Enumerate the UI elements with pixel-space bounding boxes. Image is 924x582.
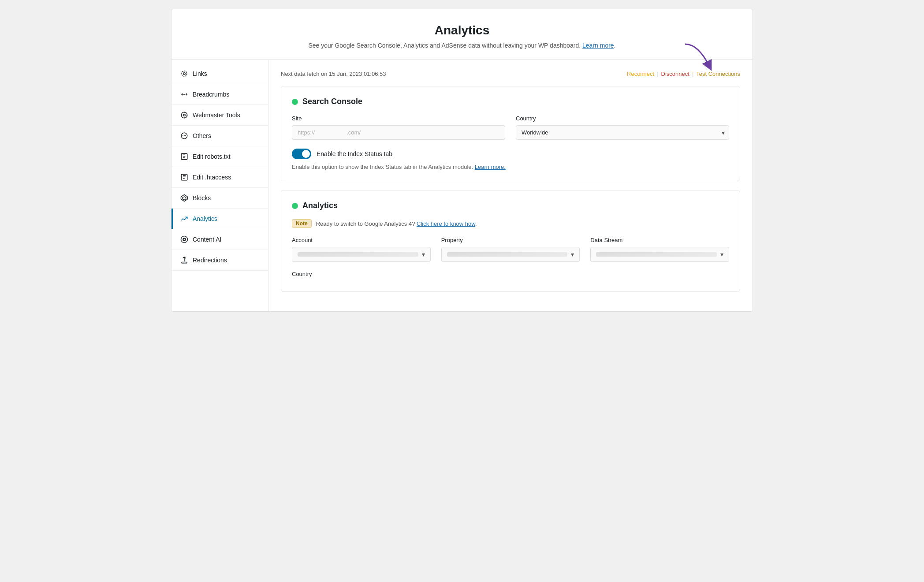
site-label: Site bbox=[292, 115, 505, 122]
test-connections-link[interactable]: Test Connections bbox=[696, 71, 740, 77]
toggle-label: Enable the Index Status tab bbox=[317, 150, 392, 157]
search-console-form-row: Site Country Worldwide bbox=[292, 115, 729, 140]
analytics-card: Analytics Note Ready to switch to Google… bbox=[281, 190, 740, 292]
page-header: Analytics See your Google Search Console… bbox=[171, 9, 753, 60]
top-bar: Next data fetch on 15 Jun, 2023 01:06:53… bbox=[281, 71, 740, 77]
country-select[interactable]: Worldwide bbox=[516, 125, 729, 140]
sidebar-item-breadcrumbs[interactable]: Breadcrumbs bbox=[171, 84, 268, 105]
analytics-country-group: Country bbox=[292, 271, 415, 277]
note-row: Note Ready to switch to Google Analytics… bbox=[292, 219, 729, 228]
page-title: Analytics bbox=[180, 23, 744, 37]
disconnect-link[interactable]: Disconnect bbox=[661, 71, 689, 77]
svg-point-0 bbox=[183, 73, 186, 75]
index-status-toggle[interactable] bbox=[292, 149, 311, 159]
toggle-row: Enable the Index Status tab bbox=[292, 149, 729, 159]
property-dropdown[interactable]: ▾ bbox=[441, 247, 580, 262]
country-label: Country bbox=[516, 115, 729, 122]
sidebar-item-content-ai[interactable]: Content AI bbox=[171, 229, 268, 250]
account-label: Account bbox=[292, 237, 431, 243]
links-icon bbox=[180, 70, 188, 78]
country-select-wrapper: Worldwide bbox=[516, 125, 729, 140]
search-console-header: Search Console bbox=[292, 97, 729, 106]
site-input[interactable] bbox=[292, 125, 505, 140]
country-field-group: Country Worldwide bbox=[516, 115, 729, 140]
sidebar-item-blocks[interactable]: Blocks bbox=[171, 188, 268, 209]
site-field-group: Site bbox=[292, 115, 505, 140]
search-console-card: Search Console Site Country Worldwide bbox=[281, 86, 740, 181]
sidebar-item-links[interactable]: Links bbox=[171, 63, 268, 84]
note-badge: Note bbox=[292, 219, 312, 228]
analytics-section-title: Analytics bbox=[302, 201, 338, 210]
analytics-header: Analytics bbox=[292, 201, 729, 210]
sidebar-item-others[interactable]: Others bbox=[171, 126, 268, 146]
learn-more-link[interactable]: Learn more bbox=[582, 42, 614, 49]
account-dropdown[interactable]: ▾ bbox=[292, 247, 431, 262]
data-stream-dropdown[interactable]: ▾ bbox=[590, 247, 729, 262]
data-stream-label: Data Stream bbox=[590, 237, 729, 243]
property-field-group: Property ▾ bbox=[441, 237, 580, 262]
page-subtitle: See your Google Search Console, Analytic… bbox=[180, 42, 744, 49]
analytics-icon bbox=[180, 215, 188, 223]
note-text: Ready to switch to Google Analytics 4? C… bbox=[316, 220, 477, 227]
sidebar: Links Breadcrumbs Webmaster Tools bbox=[171, 60, 268, 311]
main-layout: Links Breadcrumbs Webmaster Tools bbox=[171, 60, 753, 312]
property-label: Property bbox=[441, 237, 580, 243]
toggle-slider bbox=[292, 149, 311, 159]
analytics-status-dot bbox=[292, 203, 298, 209]
search-console-title: Search Console bbox=[302, 97, 362, 106]
sidebar-item-analytics[interactable]: Analytics bbox=[171, 209, 268, 229]
toggle-description: Enable this option to show the Index Sta… bbox=[292, 164, 729, 170]
fetch-text: Next data fetch on 15 Jun, 2023 01:06:53 bbox=[281, 71, 386, 77]
blocks-icon bbox=[180, 194, 188, 202]
others-icon bbox=[180, 132, 188, 140]
content-ai-icon bbox=[180, 235, 188, 243]
svg-point-1 bbox=[182, 71, 187, 76]
sidebar-item-webmaster-tools[interactable]: Webmaster Tools bbox=[171, 105, 268, 126]
data-stream-field-group: Data Stream ▾ bbox=[590, 237, 729, 262]
svg-marker-11 bbox=[183, 197, 186, 200]
webmaster-tools-icon bbox=[180, 111, 188, 119]
sidebar-item-edit-robots[interactable]: Edit robots.txt bbox=[171, 146, 268, 167]
action-links: Reconnect | Disconnect | Test Connection… bbox=[627, 71, 740, 77]
svg-point-12 bbox=[183, 239, 186, 241]
account-field-group: Account ▾ bbox=[292, 237, 431, 262]
sidebar-item-redirections[interactable]: Redirections bbox=[171, 250, 268, 271]
htaccess-icon bbox=[180, 173, 188, 181]
reconnect-link[interactable]: Reconnect bbox=[627, 71, 654, 77]
svg-point-3 bbox=[183, 114, 186, 116]
breadcrumbs-icon bbox=[180, 90, 188, 98]
analytics-country-label: Country bbox=[292, 271, 415, 277]
toggle-learn-more-link[interactable]: Learn more. bbox=[475, 164, 506, 170]
redirections-icon bbox=[180, 256, 188, 264]
content-area: Next data fetch on 15 Jun, 2023 01:06:53… bbox=[268, 60, 753, 311]
search-console-status-dot bbox=[292, 99, 298, 105]
note-link[interactable]: Click here to know how bbox=[417, 220, 475, 227]
analytics-top-row: Account ▾ Property ▾ D bbox=[292, 237, 729, 262]
robots-icon bbox=[180, 153, 188, 160]
arrow-annotation bbox=[681, 42, 716, 73]
sidebar-item-edit-htaccess[interactable]: Edit .htaccess bbox=[171, 167, 268, 188]
